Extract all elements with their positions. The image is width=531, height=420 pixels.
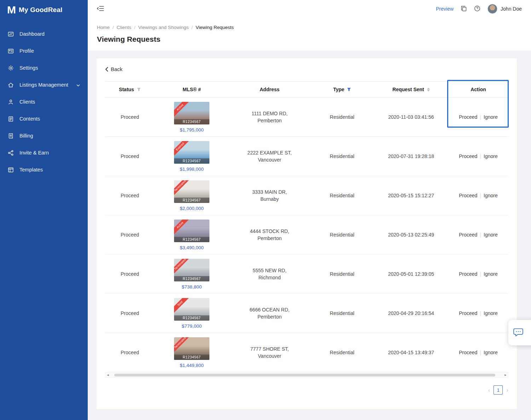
listing-price: $3,490,000	[180, 245, 204, 250]
proceed-action[interactable]: Proceed	[459, 153, 477, 159]
listing-photo[interactable]: Terminated R1234567	[174, 259, 209, 281]
request-sent-value: 2020-11-03 03:41:56	[388, 114, 434, 120]
proceed-action[interactable]: Proceed	[459, 350, 477, 355]
listing-status-ribbon: Active	[174, 220, 191, 236]
address-line2: Burnaby	[260, 196, 279, 203]
address-cell: 6666 OCEAN RD, Pemberton	[229, 294, 310, 333]
status-cell: Proceed	[105, 333, 155, 372]
listing-status-ribbon: Terminated	[174, 259, 191, 275]
dashboard-icon	[8, 31, 14, 37]
action-cell: Proceed | Ignore	[448, 255, 508, 293]
mls-number: R1234567	[174, 119, 209, 124]
top-header: Preview John Doe	[88, 0, 531, 18]
breadcrumb-viewings-showings[interactable]: Viewings and Showings	[138, 25, 189, 30]
copy-icon[interactable]	[461, 5, 467, 13]
sidebar-item-templates[interactable]: Templates	[0, 161, 88, 178]
templates-icon	[8, 167, 14, 173]
listing-photo[interactable]: Terminated R1234567	[174, 337, 209, 360]
listing-status-ribbon: Expired	[174, 141, 191, 158]
filter-icon[interactable]	[347, 88, 351, 91]
address-line1: 3333 MAIN DR,	[252, 188, 287, 196]
action-cell: Proceed | Ignore	[448, 294, 508, 333]
sidebar-item-settings[interactable]: Settings	[0, 59, 88, 76]
scrollbar-track[interactable]	[110, 373, 503, 377]
brand-logo-icon: M	[7, 5, 15, 15]
horizontal-scrollbar[interactable]: ◀ ▶	[105, 373, 508, 378]
listing-price: $1,998,000	[180, 167, 204, 172]
help-icon[interactable]	[474, 5, 480, 13]
ignore-action[interactable]: Ignore	[484, 310, 498, 316]
type-cell: Residential	[310, 255, 374, 293]
address-line2: Richmond	[258, 274, 281, 281]
sidebar-item-invite-earn[interactable]: Invite & Earn	[0, 144, 88, 161]
column-label: Type	[333, 87, 345, 92]
ignore-action[interactable]: Ignore	[484, 193, 498, 198]
request-sent-cell: 2020-05-15 15:12:27	[374, 176, 448, 215]
ignore-action[interactable]: Ignore	[484, 350, 498, 355]
app-root: M My GoodReal Dashboard Profile Settin	[0, 0, 531, 420]
current-page[interactable]: 1	[494, 385, 503, 395]
address-cell: 5555 NEW RD, Richmond	[229, 255, 310, 293]
back-button[interactable]: Back	[97, 58, 131, 78]
billing-icon	[8, 133, 14, 139]
share-icon	[8, 150, 14, 156]
status-value: Proceed	[121, 232, 139, 238]
settings-icon	[8, 65, 14, 71]
page-title: Viewing Requests	[97, 35, 522, 43]
ignore-action[interactable]: Ignore	[484, 232, 498, 238]
sidebar-item-dashboard[interactable]: Dashboard	[0, 25, 88, 42]
next-page-icon[interactable]: ›	[506, 387, 508, 393]
sidebar-item-listings-management[interactable]: Listings Management	[0, 76, 88, 93]
proceed-action[interactable]: Proceed	[459, 232, 477, 238]
address-line1: 4444 STOCK RD,	[250, 228, 289, 235]
user-menu[interactable]: John Doe	[487, 4, 522, 14]
action-cell: Proceed | Ignore	[448, 176, 508, 215]
brand[interactable]: M My GoodReal	[0, 0, 88, 20]
status-value: Proceed	[121, 350, 139, 355]
proceed-action[interactable]: Proceed	[459, 310, 477, 316]
listing-photo[interactable]: Expired R1234567	[174, 141, 209, 164]
sidebar-item-billing[interactable]: Billing	[0, 127, 88, 144]
ignore-action[interactable]: Ignore	[484, 153, 498, 159]
content-background: Back Status MLS® # Address	[88, 51, 531, 420]
listing-photo[interactable]: Terminated R1234567	[174, 180, 209, 203]
scrollbar-thumb[interactable]	[114, 374, 495, 377]
action-cell: Proceed | Ignore	[448, 215, 508, 254]
ignore-action[interactable]: Ignore	[484, 271, 498, 277]
column-label: Status	[119, 87, 134, 92]
sidebar-item-label: Dashboard	[19, 31, 45, 37]
listing-status-ribbon: Terminated	[174, 180, 191, 197]
scroll-right-icon[interactable]: ▶	[503, 373, 508, 377]
breadcrumb-home[interactable]: Home	[97, 25, 110, 30]
type-value: Residential	[330, 153, 354, 159]
sidebar-item-contents[interactable]: Contents	[0, 110, 88, 127]
preview-link[interactable]: Preview	[436, 6, 454, 12]
listing-photo[interactable]: Sold R1234567	[174, 298, 209, 321]
proceed-action[interactable]: Proceed	[459, 271, 477, 277]
sort-icon[interactable]	[427, 88, 430, 92]
previous-page-icon[interactable]: ‹	[488, 387, 490, 393]
action-separator: |	[480, 350, 481, 355]
type-cell: Residential	[310, 333, 374, 372]
breadcrumb-clients[interactable]: Clients	[117, 25, 131, 30]
type-value: Residential	[330, 114, 354, 120]
type-value: Residential	[330, 310, 354, 316]
address-cell: 4444 STOCK RD, Pemberton	[229, 215, 310, 254]
listing-status-ribbon: Sold	[174, 298, 191, 315]
collapse-sidebar-icon[interactable]	[97, 5, 104, 13]
action-cell: Proceed | Ignore	[448, 98, 508, 136]
listing-photo[interactable]: Active R1234567	[174, 220, 209, 242]
scroll-left-icon[interactable]: ◀	[105, 373, 110, 377]
listing-photo[interactable]: Active R1234567	[174, 102, 209, 124]
proceed-action[interactable]: Proceed	[459, 193, 477, 198]
ignore-action[interactable]: Ignore	[484, 114, 498, 120]
mls-cell: Terminated R1234567 $2,000,000	[155, 176, 229, 215]
sidebar-item-clients[interactable]: Clients	[0, 93, 88, 110]
column-header-address: Address	[229, 82, 310, 97]
column-header-type: Type	[310, 82, 374, 97]
proceed-action[interactable]: Proceed	[459, 114, 477, 120]
filter-icon[interactable]	[137, 88, 141, 91]
address-line2: Vancouver	[258, 156, 281, 163]
sidebar-item-profile[interactable]: Profile	[0, 42, 88, 59]
chat-widget-button[interactable]	[508, 320, 531, 345]
